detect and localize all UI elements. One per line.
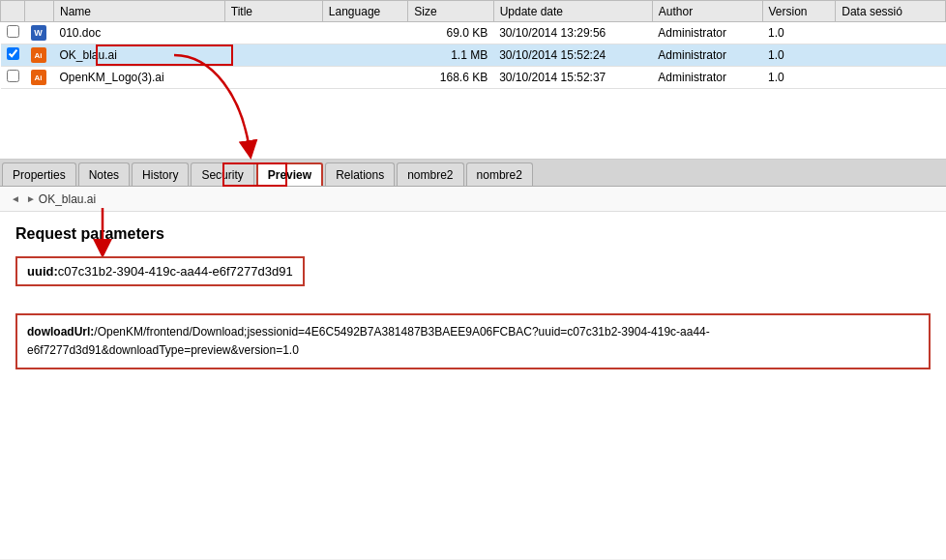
ai-icon: Ai (31, 47, 46, 63)
file-author-cell: Administrator (652, 22, 762, 44)
file-date-cell: 30/10/2014 15:52:37 (493, 67, 652, 89)
tab-nombre2a[interactable]: nombre2 (397, 162, 463, 186)
section-title: Request parameters (15, 225, 931, 243)
file-session-cell (836, 44, 946, 67)
col-language[interactable]: Language (322, 1, 407, 22)
file-session-cell (836, 22, 946, 44)
bottom-panel: PropertiesNotesHistorySecurityPreviewRel… (0, 160, 946, 560)
col-icon (25, 1, 54, 22)
ai-icon: Ai (31, 70, 46, 85)
col-checkbox (1, 1, 25, 22)
file-table: Name Title Language Size Update date Aut… (0, 0, 946, 89)
word-icon: W (31, 25, 46, 41)
table-row[interactable]: AiOpenKM_Logo(3).ai168.6 KB30/10/2014 15… (1, 67, 946, 89)
file-name-cell[interactable]: OpenKM_Logo(3).ai (54, 67, 225, 89)
file-size-cell: 1.1 MB (408, 44, 493, 67)
file-date-cell: 30/10/2014 15:52:24 (493, 44, 652, 67)
col-version[interactable]: Version (762, 1, 836, 22)
file-title-cell (224, 44, 322, 67)
file-title-cell (224, 22, 322, 44)
file-name-cell[interactable]: 010.doc (54, 22, 225, 44)
tab-notes[interactable]: Notes (78, 162, 130, 186)
file-version-cell: 1.0 (762, 44, 836, 67)
tab-nombre2b[interactable]: nombre2 (466, 162, 533, 186)
breadcrumb-forward[interactable]: ► (26, 193, 36, 204)
col-author[interactable]: Author (652, 1, 762, 22)
file-lang-cell (322, 44, 407, 67)
tab-preview[interactable]: Preview (256, 162, 323, 186)
table-row[interactable]: W010.doc69.0 KB30/10/2014 13:29:56Admini… (1, 22, 946, 44)
file-title-cell (224, 67, 322, 89)
tab-properties[interactable]: Properties (2, 162, 76, 186)
row-checkbox[interactable] (7, 70, 19, 82)
file-version-cell: 1.0 (762, 67, 836, 89)
download-value: /OpenKM/frontend/Download;jsessionid=4E6… (27, 325, 710, 357)
file-lang-cell (322, 22, 407, 44)
download-label: dowloadUrl: (27, 325, 94, 339)
breadcrumb-path: OK_blau.ai (39, 192, 96, 206)
col-title[interactable]: Title (224, 1, 322, 22)
file-table-container: Name Title Language Size Update date Aut… (0, 0, 946, 160)
row-checkbox[interactable] (7, 25, 19, 38)
breadcrumb-back[interactable]: ◄ (11, 193, 20, 204)
uuid-value: c07c31b2-3904-419c-aa44-e6f7277d3d91 (58, 264, 293, 279)
download-url-box: dowloadUrl:/OpenKM/frontend/Download;jse… (15, 313, 931, 369)
col-update-date[interactable]: Update date (493, 1, 652, 22)
tab-relations[interactable]: Relations (325, 162, 395, 186)
uuid-label: uuid: (27, 264, 58, 279)
col-size[interactable]: Size (408, 1, 493, 22)
file-version-cell: 1.0 (762, 22, 836, 44)
file-size-cell: 69.0 KB (408, 22, 493, 44)
table-row[interactable]: AiOK_blau.ai1.1 MB30/10/2014 15:52:24Adm… (1, 44, 946, 67)
col-name[interactable]: Name (54, 1, 225, 22)
arrow-to-uuid (74, 208, 151, 256)
row-checkbox[interactable] (7, 47, 19, 60)
content-area: Request parameters uuid:c07c31b2-3904-41… (0, 212, 946, 559)
file-author-cell: Administrator (652, 44, 762, 67)
file-name-cell[interactable]: OK_blau.ai (54, 44, 225, 67)
uuid-box: uuid:c07c31b2-3904-419c-aa44-e6f7277d3d9… (15, 256, 305, 286)
tabs-bar: PropertiesNotesHistorySecurityPreviewRel… (0, 160, 946, 187)
col-data-session[interactable]: Data sessió (836, 1, 946, 22)
file-session-cell (836, 67, 946, 89)
file-date-cell: 30/10/2014 13:29:56 (493, 22, 652, 44)
tab-security[interactable]: Security (191, 162, 253, 186)
file-author-cell: Administrator (652, 67, 762, 89)
tab-history[interactable]: History (132, 162, 189, 186)
file-lang-cell (322, 67, 407, 89)
file-size-cell: 168.6 KB (408, 67, 493, 89)
